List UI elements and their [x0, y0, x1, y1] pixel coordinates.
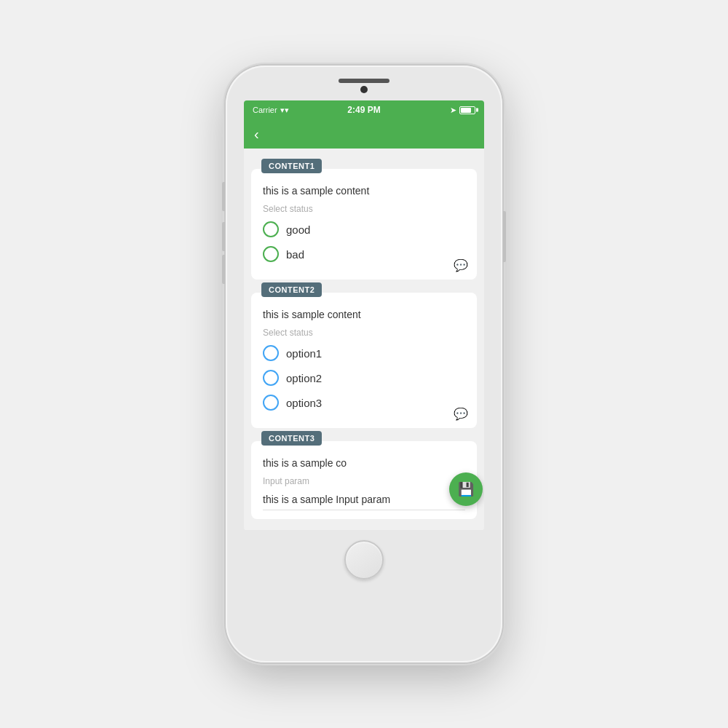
- radio-circle-option3: [263, 395, 279, 411]
- card2-select-label: Select status: [263, 328, 465, 338]
- phone-body: Carrier ▾▾ 2:49 PM ➤ ‹ CONTEN: [226, 66, 502, 662]
- screen: Carrier ▾▾ 2:49 PM ➤ ‹ CONTEN: [244, 100, 484, 530]
- save-fab[interactable]: 💾: [449, 472, 483, 506]
- section-label-content1: CONTENT1: [261, 159, 322, 173]
- radio-option-bad[interactable]: bad: [263, 246, 465, 262]
- radio-circle-good: [263, 221, 279, 237]
- battery-fill: [461, 108, 471, 113]
- radio-label-option3: option3: [286, 397, 322, 409]
- carrier-label: Carrier: [253, 106, 277, 114]
- radio-circle-option2: [263, 370, 279, 386]
- radio-label-good: good: [286, 223, 310, 236]
- status-bar: Carrier ▾▾ 2:49 PM ➤: [244, 100, 484, 119]
- radio-option-option3[interactable]: option3: [263, 395, 465, 411]
- location-icon: ➤: [450, 106, 456, 115]
- content-area[interactable]: CONTENT1 this is a sample content Select…: [244, 149, 484, 530]
- front-camera: [360, 86, 368, 93]
- battery-icon: [459, 106, 475, 114]
- nav-bar: ‹: [244, 119, 484, 149]
- card1-select-label: Select status: [263, 204, 465, 214]
- radio-label-bad: bad: [286, 248, 304, 261]
- status-bar-left: Carrier ▾▾: [253, 106, 289, 115]
- section-label-content2: CONTENT2: [261, 282, 322, 297]
- home-button[interactable]: [344, 540, 384, 579]
- radio-option-option1[interactable]: option1: [263, 345, 465, 361]
- save-fab-icon: 💾: [458, 481, 474, 497]
- phone-wrapper: Carrier ▾▾ 2:49 PM ➤ ‹ CONTEN: [211, 51, 517, 677]
- status-bar-time: 2:49 PM: [347, 105, 380, 115]
- comment-icon-card2[interactable]: 💬: [454, 407, 468, 421]
- card1-text: this is a sample content: [263, 185, 465, 197]
- card2-text: this is sample content: [263, 309, 465, 320]
- back-button[interactable]: ‹: [254, 127, 259, 141]
- card-content2: CONTENT2 this is sample content Select s…: [251, 293, 477, 428]
- wifi-icon: ▾▾: [280, 106, 289, 115]
- radio-option-good[interactable]: good: [263, 221, 465, 237]
- radio-label-option2: option2: [286, 372, 322, 384]
- radio-option-option2[interactable]: option2: [263, 370, 465, 386]
- radio-label-option1: option1: [286, 347, 322, 360]
- section-label-content3: CONTENT3: [261, 431, 322, 446]
- speaker: [339, 79, 389, 83]
- card3-input-placeholder: Input param: [263, 476, 465, 486]
- card3-text: this is a sample co: [263, 457, 465, 469]
- radio-circle-bad: [263, 246, 279, 262]
- comment-icon-card1[interactable]: 💬: [454, 258, 468, 272]
- card-content1: CONTENT1 this is a sample content Select…: [251, 169, 477, 280]
- radio-circle-option1: [263, 345, 279, 361]
- card3-input[interactable]: [263, 489, 465, 510]
- card-content3: CONTENT3 this is a sample co Input param…: [251, 441, 477, 519]
- status-bar-right: ➤: [450, 106, 475, 115]
